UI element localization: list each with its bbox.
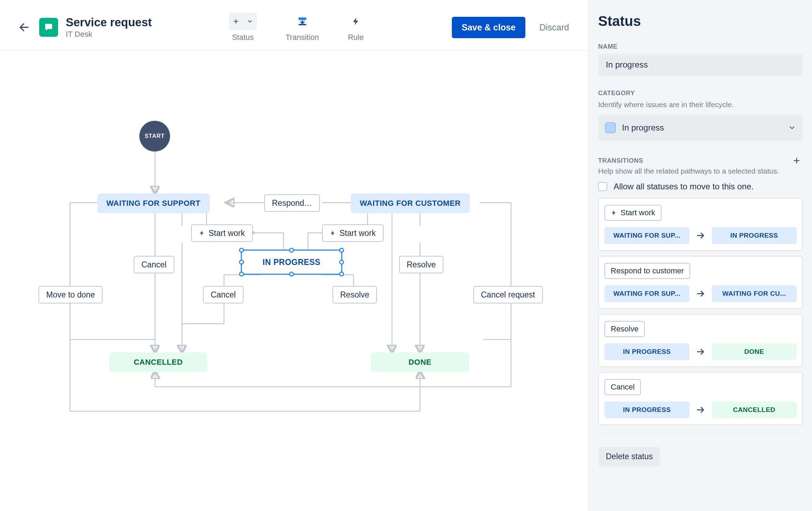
resize-handle[interactable]: [239, 272, 244, 276]
status-in-progress[interactable]: IN PROGRESS: [241, 250, 342, 275]
save-close-button[interactable]: Save & close: [452, 17, 525, 38]
transition-from-status: IN PROGRESS: [604, 343, 690, 360]
field-name: NAME In progress: [598, 43, 803, 76]
tool-label-transition: Transition: [286, 33, 319, 42]
svg-rect-0: [298, 18, 306, 20]
transition-card[interactable]: CancelIN PROGRESSCANCELLED: [598, 372, 803, 425]
chevron-down-icon: [788, 124, 796, 132]
transition-cancel-1[interactable]: Cancel: [134, 256, 174, 273]
speech-bubble-icon: [43, 22, 54, 33]
field-category: CATEGORY Identify where issues are in th…: [598, 90, 803, 140]
transition-card-name: Cancel: [604, 379, 641, 395]
transition-to-status: WAITING FOR CU...: [712, 285, 797, 302]
status-waiting-for-customer[interactable]: WAITING FOR CUSTOMER: [351, 194, 470, 213]
status-done[interactable]: DONE: [371, 352, 469, 372]
back-button[interactable]: [14, 17, 34, 37]
name-label: NAME: [598, 43, 803, 50]
transition-from-status: WAITING FOR SUP...: [604, 227, 690, 244]
svg-rect-1: [298, 24, 306, 26]
transition-start-work-left[interactable]: Start work: [191, 224, 253, 242]
transition-card-flow: IN PROGRESSDONE: [604, 343, 797, 360]
arrow-left-icon: [18, 21, 30, 33]
transition-from-status: IN PROGRESS: [604, 401, 690, 418]
project-name: IT Desk: [66, 30, 152, 39]
arrow-right-icon: [696, 405, 706, 415]
delete-status-button[interactable]: Delete status: [598, 447, 660, 466]
start-node[interactable]: START: [139, 121, 170, 152]
category-select[interactable]: In progress: [598, 115, 803, 140]
transition-card[interactable]: Respond to customerWAITING FOR SUP...WAI…: [598, 256, 803, 309]
transition-card-flow: WAITING FOR SUP...WAITING FOR CU...: [604, 285, 797, 302]
bolt-icon: [351, 17, 360, 26]
start-label: START: [145, 133, 164, 139]
tool-label-status: Status: [232, 33, 254, 42]
arrow-right-icon: [696, 347, 706, 357]
resize-handle[interactable]: [239, 260, 244, 265]
transition-start-work-right[interactable]: Start work: [322, 224, 384, 242]
category-color-swatch: [605, 122, 616, 133]
arrow-right-icon: [696, 231, 706, 240]
add-transition-inline-button[interactable]: [790, 154, 803, 167]
transition-respond[interactable]: Respond…: [264, 194, 320, 212]
transition-card[interactable]: ResolveIN PROGRESSDONE: [598, 314, 803, 367]
transition-cancel-2[interactable]: Cancel: [203, 286, 244, 303]
plus-icon: [229, 13, 243, 30]
workflow-title: Service request: [66, 16, 152, 29]
panel-heading: Status: [598, 13, 803, 29]
transition-to-status: CANCELLED: [712, 401, 797, 418]
allow-all-row[interactable]: Allow all statuses to move to this one.: [598, 182, 803, 191]
resize-handle[interactable]: [289, 248, 294, 253]
bolt-icon: [199, 230, 205, 236]
resize-handle[interactable]: [339, 260, 344, 265]
workflow-canvas[interactable]: START WAITING FOR SUPPORT WAITING FOR CU…: [0, 51, 588, 511]
plus-icon: [792, 156, 801, 165]
transition-card-flow: WAITING FOR SUP...IN PROGRESS: [604, 227, 797, 244]
transitions-help: Help show all the related pathways to a …: [598, 167, 803, 175]
add-status-button[interactable]: [229, 13, 257, 30]
editor-header: Service request IT Desk Status: [0, 0, 588, 51]
transition-cancel-request[interactable]: Cancel request: [473, 286, 543, 303]
name-input[interactable]: In progress: [598, 54, 803, 76]
resize-handle[interactable]: [339, 272, 344, 276]
discard-button[interactable]: Discard: [537, 22, 571, 33]
transition-list: Start workWAITING FOR SUP...IN PROGRESSR…: [598, 198, 803, 430]
category-label: CATEGORY: [598, 90, 803, 97]
bolt-icon: [330, 230, 336, 236]
divider: [597, 432, 804, 433]
add-transition-button[interactable]: [294, 13, 311, 30]
resize-handle[interactable]: [239, 248, 244, 253]
transition-to-status: DONE: [712, 343, 797, 360]
allow-all-checkbox[interactable]: [598, 182, 607, 191]
arrow-right-icon: [696, 289, 706, 299]
transition-resolve-2[interactable]: Resolve: [332, 286, 377, 303]
bolt-icon: [611, 210, 617, 216]
status-waiting-for-support[interactable]: WAITING FOR SUPPORT: [97, 194, 210, 213]
project-avatar: [39, 18, 58, 37]
transition-card[interactable]: Start workWAITING FOR SUP...IN PROGRESS: [598, 198, 803, 251]
status-details-panel: Status NAME In progress CATEGORY Identif…: [588, 0, 812, 511]
transition-card-name: Respond to customer: [604, 263, 690, 279]
tool-label-rule: Rule: [348, 33, 364, 42]
transition-resolve-1[interactable]: Resolve: [399, 256, 443, 273]
add-rule-button[interactable]: [348, 13, 364, 30]
transition-from-status: WAITING FOR SUP...: [604, 285, 690, 302]
transition-move-to-done[interactable]: Move to done: [38, 286, 103, 303]
transition-card-flow: IN PROGRESSCANCELLED: [604, 401, 797, 418]
transition-icon: [297, 16, 308, 27]
resize-handle[interactable]: [339, 248, 344, 253]
status-cancelled[interactable]: CANCELLED: [109, 352, 207, 372]
transition-card-name: Resolve: [604, 321, 645, 337]
transition-to-status: IN PROGRESS: [712, 227, 797, 244]
resize-handle[interactable]: [289, 272, 294, 276]
chevron-down-icon: [243, 13, 257, 30]
transitions-label: TRANSITIONS: [598, 157, 643, 164]
category-help: Identify where issues are in their lifec…: [598, 100, 803, 109]
field-transitions: TRANSITIONS Help show all the related pa…: [598, 154, 803, 433]
transition-card-name: Start work: [604, 205, 662, 221]
